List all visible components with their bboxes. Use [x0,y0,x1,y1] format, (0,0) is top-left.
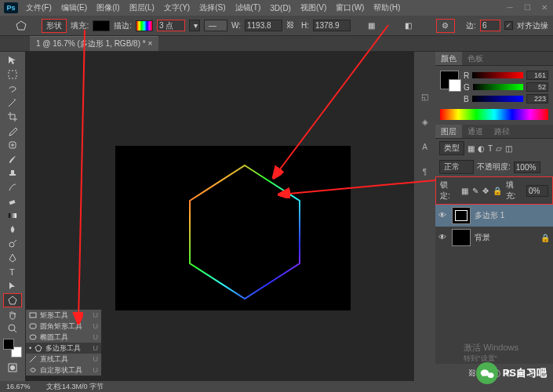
tab-layers[interactable]: 图层 [435,125,462,138]
properties-icon[interactable]: ◈ [418,114,432,129]
para-icon[interactable]: ¶ [418,165,432,179]
stamp-tool[interactable] [3,166,22,180]
link-icon[interactable]: ⛓ [286,20,297,31]
minimize-button[interactable]: ─ [501,2,518,14]
zoom-level[interactable]: 16.67% [6,383,31,390]
fill-input[interactable] [526,185,548,197]
gear-icon[interactable]: ⚙ [436,19,455,33]
lock-pos-icon[interactable]: ✥ [482,187,489,195]
lock-paint-icon[interactable]: ✎ [472,187,478,195]
wand-tool[interactable] [3,96,22,110]
stroke-dropdown[interactable]: ▾ [189,20,200,31]
history-brush-tool[interactable] [3,180,22,194]
tab-paths[interactable]: 路径 [489,125,515,138]
visibility-icon[interactable]: 👁 [438,211,448,220]
stroke-swatch[interactable] [136,20,153,31]
hexagon-shape[interactable] [182,162,307,303]
layer-thumb[interactable] [452,207,471,224]
layer-thumb[interactable] [452,229,471,246]
menu-3d[interactable]: 3D(D) [267,2,294,14]
visibility-icon[interactable]: 👁 [438,233,448,242]
blur-tool[interactable] [3,223,22,237]
tab-close-icon[interactable]: × [147,39,152,48]
width-input[interactable] [245,20,282,31]
spectrum-bar[interactable] [440,109,548,120]
layer-row[interactable]: 👁 多边形 1 [435,205,553,227]
lock-all-icon[interactable]: 🔒 [493,187,502,195]
lasso-tool[interactable] [3,82,22,96]
filter-smart-icon[interactable]: ◫ [505,144,512,153]
maximize-button[interactable]: ☐ [518,2,536,14]
history-icon[interactable]: ◱ [418,89,432,103]
layer-row[interactable]: 👁 背景 🔒 [435,227,553,249]
menu-image[interactable]: 图像(I) [93,1,122,15]
type-tool[interactable]: T [3,265,22,279]
lock-trans-icon[interactable]: ▦ [461,187,468,195]
char-icon[interactable]: A [418,140,432,154]
filter-pixel-icon[interactable]: ▦ [468,144,475,153]
layer-name[interactable]: 多边形 1 [475,210,504,221]
arrange-icon[interactable]: ◧ [399,19,418,33]
fg-bg-swatch[interactable] [440,71,459,89]
g-value[interactable] [526,82,548,92]
flyout-ellipse[interactable]: 椭圆工具U [26,332,101,343]
pen-tool[interactable] [3,251,22,265]
height-input[interactable] [313,20,351,31]
g-slider[interactable] [473,84,523,90]
stroke-style[interactable]: — [204,20,227,31]
tab-color[interactable]: 颜色 [435,52,462,65]
sides-input[interactable] [480,20,500,31]
eraser-tool[interactable] [3,194,22,209]
flyout-line[interactable]: 直线工具U [26,354,101,365]
flyout-custom[interactable]: 自定形状工具U [26,365,101,376]
menu-type[interactable]: 文字(Y) [161,1,193,15]
menu-edit[interactable]: 编辑(E) [58,1,90,15]
document-tab[interactable]: 1 @ 16.7% (多边形 1, RGB/8) * × [30,36,158,51]
filter-shape-icon[interactable]: ▱ [496,144,502,153]
heal-tool[interactable] [3,138,22,152]
align-icon[interactable]: ▦ [362,19,380,33]
opacity-input[interactable] [514,162,540,173]
menu-filter[interactable]: 滤镜(T) [232,1,264,15]
hand-tool[interactable] [3,307,22,321]
tab-channels[interactable]: 通道 [462,125,489,138]
shape-mode-dropdown[interactable]: 形状 [42,19,67,33]
flyout-polygon[interactable]: • 多边形工具U [26,343,101,354]
align-edges-checkbox[interactable] [504,21,513,30]
menu-help[interactable]: 帮助(H) [370,1,403,15]
filter-type-icon[interactable]: T [488,144,493,153]
tab-swatches[interactable]: 色板 [462,52,489,65]
filter-adj-icon[interactable]: ◐ [478,144,485,153]
flyout-rect[interactable]: 矩形工具U [26,310,101,321]
eyedropper-tool[interactable] [3,124,22,138]
menu-window[interactable]: 窗口(W) [333,1,367,15]
menu-file[interactable]: 文件(F) [23,1,55,15]
path-select-tool[interactable] [3,279,22,293]
stroke-width-input[interactable] [157,20,185,31]
brush-tool[interactable] [3,152,22,166]
menu-view[interactable]: 视图(V) [297,1,329,15]
shape-tool[interactable] [3,293,22,307]
polygon-tool-icon[interactable] [12,19,31,33]
crop-tool[interactable] [3,110,22,124]
quickmask-tool[interactable] [3,361,22,375]
layer-name[interactable]: 背景 [475,232,490,243]
move-tool[interactable] [3,53,22,67]
menu-layer[interactable]: 图层(L) [126,1,158,15]
b-slider[interactable] [472,96,523,102]
blend-mode[interactable]: 正常 [439,160,474,174]
fill-swatch[interactable] [93,20,110,31]
r-value[interactable] [526,71,548,80]
color-swatches[interactable] [3,339,22,358]
dodge-tool[interactable] [3,237,22,251]
r-slider[interactable] [472,72,523,78]
marquee-tool[interactable] [3,67,22,82]
b-value[interactable] [526,94,548,103]
zoom-tool[interactable] [3,321,22,336]
gradient-tool[interactable] [3,209,22,223]
close-button[interactable]: ✕ [536,2,553,14]
menu-select[interactable]: 选择(S) [196,1,228,15]
filter-kind[interactable]: 类型 [439,141,464,155]
flyout-roundrect[interactable]: 圆角矩形工具U [26,321,101,332]
doc-info[interactable]: 文档:14.3M/0 字节 [46,382,104,392]
